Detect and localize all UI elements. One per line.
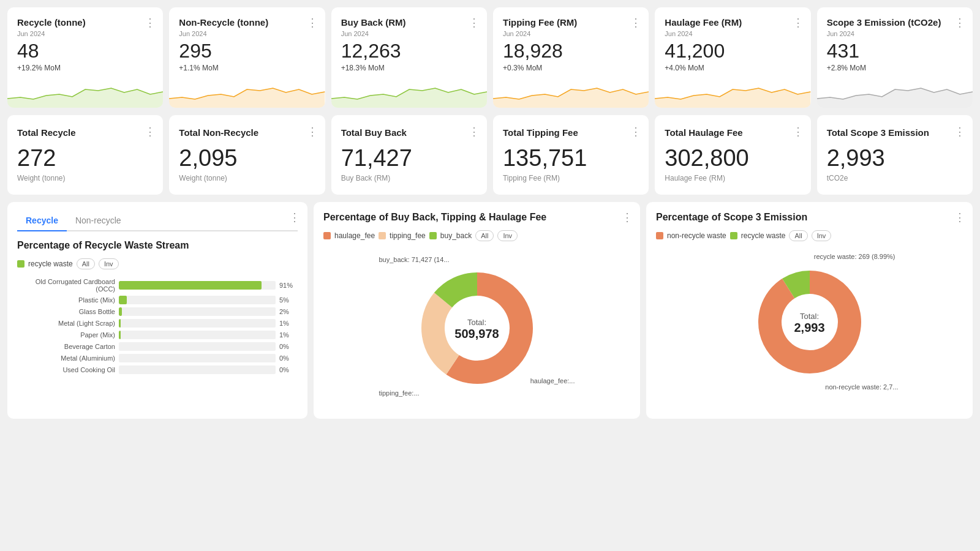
total-card-0: Total Recycle ⋮ 272 Weight (tonne) <box>7 115 163 195</box>
legend-dot <box>656 232 663 239</box>
bar-label-0: Old Corrugated Cardboard (OCC) <box>17 278 115 293</box>
metric-menu-5[interactable]: ⋮ <box>954 16 965 29</box>
total-menu-3[interactable]: ⋮ <box>630 125 641 138</box>
bar-all-btn[interactable]: All <box>77 258 95 269</box>
sparkline-0 <box>7 77 163 108</box>
legend-label: non-recycle waste <box>667 231 726 240</box>
bar-label-7: Used Cooking Oil <box>17 366 115 373</box>
metric-date-2: Jun 2024 <box>341 30 477 37</box>
tab-recycle[interactable]: Recycle <box>17 212 67 231</box>
legend-dot <box>323 232 331 239</box>
metric-menu-0[interactable]: ⋮ <box>145 16 156 29</box>
bar-track-6 <box>119 354 276 362</box>
donut1-svg-wrap: Total: 509,978 <box>410 261 545 398</box>
dashboard: Recycle (tonne) Jun 2024 48 +19.2% MoM ⋮… <box>7 7 973 419</box>
metric-date-5: Jun 2024 <box>827 30 963 37</box>
bar-panel-menu[interactable]: ⋮ <box>289 211 300 224</box>
bar-track-5 <box>119 342 276 351</box>
metric-menu-1[interactable]: ⋮ <box>307 16 318 29</box>
metric-title-0: Recycle (tonne) <box>17 17 153 28</box>
metric-date-1: Jun 2024 <box>179 30 315 37</box>
legend-label: recycle waste <box>741 231 786 240</box>
donut2-title: Percentage of Scope 3 Emission <box>656 212 963 223</box>
total-menu-1[interactable]: ⋮ <box>307 125 318 138</box>
metric-date-4: Jun 2024 <box>665 30 801 37</box>
bar-label-2: Glass Bottle <box>17 308 115 315</box>
metric-value-0: 48 <box>17 40 153 62</box>
total-menu-5[interactable]: ⋮ <box>954 125 965 138</box>
legend-all-btn[interactable]: All <box>789 230 807 241</box>
metric-title-1: Non-Recycle (tonne) <box>179 17 315 28</box>
bar-row: Metal (Aluminium) 0% <box>17 354 298 362</box>
metric-change-1: +1.1% MoM <box>179 64 315 72</box>
donut1-panel: Percentage of Buy Back, Tipping & Haulag… <box>314 202 640 419</box>
donut1-menu[interactable]: ⋮ <box>622 211 633 224</box>
metric-value-2: 12,263 <box>341 40 477 62</box>
bar-row: Beverage Carton 0% <box>17 342 298 351</box>
metric-card-2: Buy Back (RM) Jun 2024 12,263 +18.3% MoM… <box>331 7 487 108</box>
donut1-center: Total: 509,978 <box>454 318 499 341</box>
legend-dot <box>429 232 437 239</box>
metric-change-5: +2.8% MoM <box>827 64 963 72</box>
tab-non-recycle[interactable]: Non-recycle <box>67 212 130 231</box>
bar-chart: Old Corrugated Cardboard (OCC) 91% Plast… <box>17 278 298 374</box>
donut1-legend-row: haulage_feetipping_feebuy_backAllInv <box>323 230 630 241</box>
total-sub-4: Haulage Fee (RM) <box>665 174 801 182</box>
donut2-tooltip-recycle: recycle waste: 269 (8.99%) <box>814 253 895 260</box>
bar-pct-6: 0% <box>279 354 298 362</box>
metric-change-2: +18.3% MoM <box>341 64 477 72</box>
legend-all-btn[interactable]: All <box>475 230 494 241</box>
bar-label-4: Paper (Mix) <box>17 331 115 339</box>
bar-row: Metal (Light Scrap) 1% <box>17 319 298 328</box>
metric-menu-3[interactable]: ⋮ <box>630 16 641 29</box>
total-menu-4[interactable]: ⋮ <box>793 125 804 138</box>
bar-pct-3: 1% <box>279 320 298 327</box>
donut2-svg-wrap: Total: 2,993 <box>748 261 871 386</box>
donut2-total-label: Total: <box>794 312 824 321</box>
bar-legend-label: recycle waste <box>28 260 73 268</box>
legend-dot <box>730 232 737 239</box>
legend-inv-btn[interactable]: Inv <box>497 230 518 241</box>
total-title-0: Total Recycle <box>17 127 153 138</box>
bar-legend-dot <box>17 260 24 268</box>
total-sub-1: Weight (tonne) <box>179 174 315 182</box>
total-card-3: Total Tipping Fee ⋮ 135,751 Tipping Fee … <box>493 115 649 195</box>
sparkline-5 <box>817 77 973 108</box>
legend-label: tipping_fee <box>390 231 426 240</box>
sparkline-2 <box>331 77 487 108</box>
bar-row: Used Cooking Oil 0% <box>17 365 298 374</box>
metric-title-5: Scope 3 Emission (tCO2e) <box>827 17 963 28</box>
total-title-1: Total Non-Recycle <box>179 127 315 138</box>
metric-date-3: Jun 2024 <box>503 30 639 37</box>
metric-title-2: Buy Back (RM) <box>341 17 477 28</box>
bar-inv-btn[interactable]: Inv <box>99 258 119 269</box>
metric-date-0: Jun 2024 <box>17 30 153 37</box>
sparkline-1 <box>169 77 325 108</box>
bar-track-2 <box>119 307 276 316</box>
sparkline-4 <box>655 77 810 108</box>
bar-fill-0 <box>119 281 262 290</box>
donut1-title: Percentage of Buy Back, Tipping & Haulag… <box>323 212 630 223</box>
bar-row: Paper (Mix) 1% <box>17 331 298 339</box>
bar-row: Old Corrugated Cardboard (OCC) 91% <box>17 278 298 293</box>
bar-pct-0: 91% <box>279 282 298 289</box>
metric-row-1: Recycle (tonne) Jun 2024 48 +19.2% MoM ⋮… <box>7 7 973 108</box>
total-menu-0[interactable]: ⋮ <box>145 125 156 138</box>
metric-value-1: 295 <box>179 40 315 62</box>
metric-card-0: Recycle (tonne) Jun 2024 48 +19.2% MoM ⋮ <box>7 7 163 108</box>
total-title-4: Total Haulage Fee <box>665 127 801 138</box>
legend-inv-btn[interactable]: Inv <box>812 230 832 241</box>
metric-menu-2[interactable]: ⋮ <box>469 16 480 29</box>
total-menu-2[interactable]: ⋮ <box>469 125 480 138</box>
donut2-menu[interactable]: ⋮ <box>954 211 965 224</box>
metric-menu-4[interactable]: ⋮ <box>793 16 804 29</box>
bar-chart-title: Percentage of Recycle Waste Stream <box>17 240 298 251</box>
donut2-total-value: 2,993 <box>794 321 824 335</box>
metric-value-4: 41,200 <box>665 40 801 62</box>
bar-fill-1 <box>119 296 127 304</box>
metric-card-3: Tipping Fee (RM) Jun 2024 18,928 +0.3% M… <box>493 7 649 108</box>
donut2-inner: recycle waste: 269 (8.99%) non-recycle w… <box>656 250 963 397</box>
bar-track-4 <box>119 331 276 339</box>
total-value-1: 2,095 <box>179 145 315 171</box>
bar-label-6: Metal (Aluminium) <box>17 354 115 362</box>
